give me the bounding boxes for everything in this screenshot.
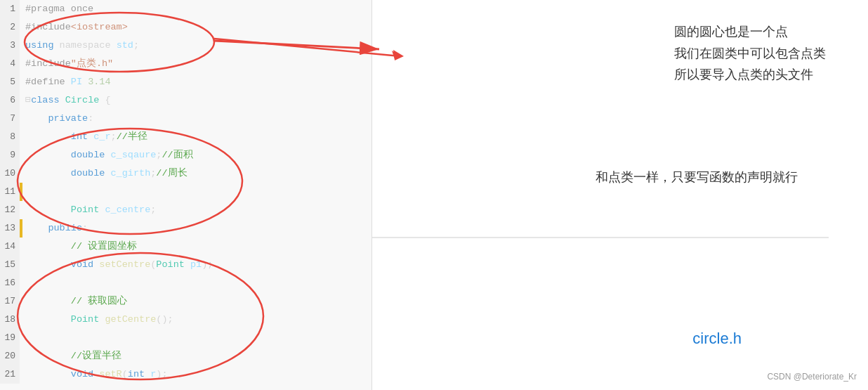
line-content-16: [20, 274, 371, 292]
line-content-13: public:: [20, 219, 371, 238]
code-line-13: 13 public:: [0, 219, 371, 238]
line-content-20: //设置半径: [20, 347, 371, 365]
line-number-18: 18: [0, 311, 20, 329]
line-number-21: 21: [0, 365, 20, 384]
line-number-5: 5: [0, 73, 20, 91]
line-number-3: 3: [0, 37, 20, 55]
line-content-10: double c_girth;//周长: [20, 164, 371, 183]
line-number-10: 10: [0, 164, 20, 183]
code-line-9: 9 double c_sqaure;//面积: [0, 146, 371, 164]
code-line-5: 5#define PI 3.14: [0, 73, 371, 91]
line-number-7: 7: [0, 110, 20, 128]
line-number-17: 17: [0, 292, 20, 311]
line-content-12: Point c_centre;: [20, 201, 371, 219]
code-line-1: 1#pragma once: [0, 0, 371, 18]
line-number-14: 14: [0, 238, 20, 256]
code-line-7: 7 private:: [0, 110, 371, 128]
main-container: 1#pragma once2#include<iostream>3using n…: [0, 0, 868, 390]
code-panel: 1#pragma once2#include<iostream>3using n…: [0, 0, 372, 390]
line-content-8: int c_r;//半径: [20, 128, 371, 146]
code-line-6: 6⊟class Circle {: [0, 91, 371, 110]
bottom-label: circle.h: [692, 330, 742, 348]
line-number-11: 11: [0, 183, 20, 201]
line-content-17: // 获取圆心: [20, 292, 371, 311]
line-content-7: private:: [20, 110, 371, 128]
line-content-3: using namespace std;: [20, 37, 371, 55]
code-line-16: 16: [0, 274, 371, 292]
line-content-6: ⊟class Circle {: [20, 91, 371, 110]
code-line-17: 17 // 获取圆心: [0, 292, 371, 311]
line-number-19: 19: [0, 329, 20, 347]
line-content-9: double c_sqaure;//面积: [20, 146, 371, 164]
line-number-13: 13: [0, 219, 20, 238]
line-content-1: #pragma once: [20, 0, 371, 18]
line-number-2: 2: [0, 18, 20, 37]
code-line-20: 20 //设置半径: [0, 347, 371, 365]
watermark: CSDN @Deteriorate_Kr: [767, 372, 857, 382]
code-line-10: 10 double c_girth;//周长: [0, 164, 371, 183]
code-line-12: 12 Point c_centre;: [0, 201, 371, 219]
middle-annotation: 和点类一样，只要写函数的声明就行: [596, 169, 798, 186]
line-content-19: [20, 329, 371, 347]
line-number-1: 1: [0, 0, 20, 18]
code-line-18: 18 Point getCentre();: [0, 311, 371, 329]
line-content-4: #include"点类.h": [20, 55, 371, 73]
line-content-5: #define PI 3.14: [20, 73, 371, 91]
line-content-14: // 设置圆坐标: [20, 238, 371, 256]
code-line-8: 8 int c_r;//半径: [0, 128, 371, 146]
line-content-15: void setCentre(Point p1);: [20, 256, 371, 274]
line-number-16: 16: [0, 274, 20, 292]
line-number-6: 6: [0, 91, 20, 110]
line-number-12: 12: [0, 201, 20, 219]
line-content-2: #include<iostream>: [20, 18, 371, 37]
code-line-21: 21 void setR(int r);: [0, 365, 371, 384]
line-number-20: 20: [0, 347, 20, 365]
code-line-4: 4#include"点类.h": [0, 55, 371, 73]
top-annotation: 圆的圆心也是一个点 我们在圆类中可以包含点类 所以要导入点类的头文件: [674, 21, 826, 86]
line-content-21: void setR(int r);: [20, 365, 371, 384]
line-content-18: Point getCentre();: [20, 311, 371, 329]
code-line-19: 19: [0, 329, 371, 347]
line-content-11: [20, 183, 371, 201]
code-line-15: 15 void setCentre(Point p1);: [0, 256, 371, 274]
line-number-15: 15: [0, 256, 20, 274]
code-line-2: 2#include<iostream>: [0, 18, 371, 37]
code-line-11: 11: [0, 183, 371, 201]
code-line-14: 14 // 设置圆坐标: [0, 238, 371, 256]
line-number-4: 4: [0, 55, 20, 73]
right-panel: 圆的圆心也是一个点 我们在圆类中可以包含点类 所以要导入点类的头文件 和点类一样…: [372, 0, 868, 390]
code-line-3: 3using namespace std;: [0, 37, 371, 55]
line-number-9: 9: [0, 146, 20, 164]
line-number-8: 8: [0, 128, 20, 146]
